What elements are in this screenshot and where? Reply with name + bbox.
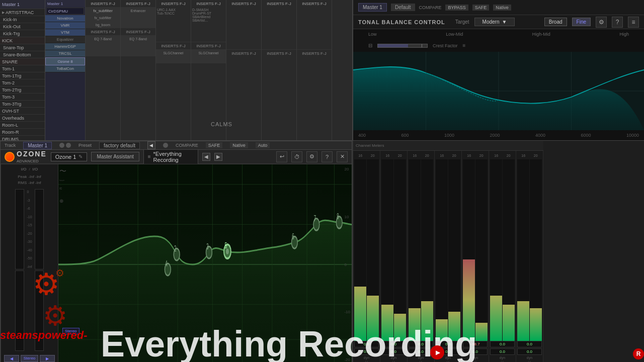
- db-minus10-label: -10: [344, 310, 350, 314]
- master-ch-label: Master 1: [47, 2, 63, 6]
- native-btn-top[interactable]: Native: [493, 5, 511, 11]
- freq-10000: 10000: [626, 133, 639, 138]
- track-value[interactable]: Master 1: [23, 142, 52, 149]
- insert-tobalcon[interactable]: ToBalCon: [56, 66, 74, 71]
- fine-btn[interactable]: Fine: [572, 18, 591, 26]
- ch-num-hhb: 20: [507, 154, 511, 157]
- history-btn[interactable]: ⏱: [291, 151, 302, 162]
- left-ch-label: ◀: [10, 356, 13, 361]
- master-assistant-btn[interactable]: Master Assistant: [91, 152, 139, 161]
- track-drums: DRUMS: [2, 137, 19, 141]
- track-tom1: Tom-1: [2, 66, 15, 71]
- ch-inserts-fj-2: INSERTS F-J: [91, 30, 115, 34]
- ch-bar-m2-r: [367, 159, 379, 341]
- track-indicator: [59, 143, 64, 148]
- stereo-btn[interactable]: Stereo: [21, 355, 39, 362]
- settings-btn[interactable]: ⚙: [306, 151, 317, 162]
- playlist-icon: ≡: [148, 154, 151, 159]
- ch-sba-blend: SBArtBlend: [192, 15, 225, 19]
- freq-low: Low: [368, 32, 377, 37]
- help-btn[interactable]: ?: [321, 151, 333, 162]
- next-preset-btn[interactable]: ▶: [214, 153, 222, 161]
- ch-fill-t3t-r: [448, 312, 460, 341]
- menu-icon[interactable]: ≡: [628, 17, 639, 28]
- native-btn[interactable]: Native: [230, 142, 248, 148]
- waveform-icon3[interactable]: ≈: [59, 186, 66, 191]
- ch-num-m2b: 20: [371, 154, 375, 157]
- track-room-r: Room-R: [2, 130, 19, 135]
- insert-vmr[interactable]: VMR: [61, 23, 70, 28]
- bottom-section: Track Master 1 Preset factory default ◀ …: [0, 141, 644, 362]
- meter-left-btn[interactable]: ◀: [4, 355, 19, 362]
- ch-bar-t2t-r: [394, 159, 406, 341]
- track-tom3trg: Tom-3Trg: [2, 102, 21, 107]
- ch-sbartist: SBArtist...: [192, 19, 225, 22]
- insert-ozone8[interactable]: Ozone 8: [57, 59, 72, 64]
- insert-cirdspmu[interactable]: CirDSPMU: [48, 9, 68, 14]
- waveform-icon1[interactable]: 〜: [59, 167, 66, 176]
- extra-btn[interactable]: ✕: [337, 151, 348, 162]
- preset-dropdown[interactable]: Modern ▼: [474, 18, 515, 26]
- safe-btn[interactable]: SAFE: [206, 142, 223, 148]
- ch-meter-shouldrmc: 16 20 -98.7 0.0 dyn +/- 2423: [462, 151, 489, 362]
- preset-selector[interactable]: ≡ *Everything Recording: [143, 149, 198, 164]
- db-6: -6: [27, 207, 32, 210]
- r-badge: R: [633, 348, 644, 359]
- insert-vtm[interactable]: VTM: [61, 30, 69, 35]
- ch-num-t2t: 16: [385, 154, 389, 157]
- tonal-balance-title: TONAL BALANCE CONTROL: [358, 19, 445, 25]
- master-label[interactable]: Master 1: [358, 3, 387, 12]
- ch-val-t2t-1: 0.0: [381, 341, 406, 347]
- insert-novatron[interactable]: Novatron: [57, 16, 73, 21]
- db-0-label: 0: [344, 262, 350, 267]
- crest-slider[interactable]: [377, 44, 428, 48]
- safe-btn-top[interactable]: SAFE: [472, 5, 490, 11]
- default-label[interactable]: Default: [391, 4, 415, 11]
- track-room-l: Room-L: [2, 123, 18, 128]
- ch-fill-t3t-l: [436, 319, 448, 341]
- prev-preset-btn[interactable]: ◀: [202, 153, 210, 161]
- ch-label-t2t: dyn: [391, 356, 396, 359]
- meter-right-btn[interactable]: ▶: [40, 355, 55, 362]
- db-10: -10: [27, 215, 32, 219]
- ch-inserts-3: INSERTS F-J: [161, 2, 185, 6]
- ch-insert-sub2: fx_subfilter: [95, 16, 112, 20]
- inserts-label-master: Equalizer: [57, 37, 73, 42]
- freq-400: 400: [358, 133, 366, 138]
- ch-inserts-fj-8: INSERTS F-J: [302, 51, 326, 56]
- db-3: -3: [27, 199, 32, 202]
- broad-btn[interactable]: Broad: [544, 18, 567, 26]
- auto-label: Auto: [256, 142, 270, 148]
- io-divider: /: [29, 167, 30, 171]
- preset-name-box[interactable]: Ozone 1 ✎: [51, 152, 88, 161]
- ch-bar-hh-r: [503, 159, 515, 341]
- ch-val-hh-2: 0.0: [490, 348, 515, 355]
- ch-inserts-fj-3: INSERTS F-J: [126, 30, 150, 34]
- master-track-label: Master 1: [2, 2, 20, 7]
- track-kick-out: Kick-Out: [3, 24, 21, 29]
- track-label: Track: [5, 143, 16, 148]
- target-label: Target: [455, 19, 469, 25]
- stereo-icon[interactable]: ⊕: [59, 198, 66, 204]
- eq-main-graph[interactable]: 2 3 4 5 6: [58, 164, 352, 362]
- insert-trcsl[interactable]: TRCSL: [58, 51, 71, 56]
- edit-icon[interactable]: ✎: [78, 154, 83, 159]
- preset-value[interactable]: factory default: [99, 142, 140, 149]
- play-button[interactable]: ▶: [430, 345, 444, 359]
- svg-text:5: 5: [225, 241, 227, 250]
- insert-hammrdsp[interactable]: HammrDSP: [54, 44, 76, 49]
- help-icon[interactable]: ?: [612, 17, 623, 28]
- bypass-btn-top[interactable]: BYPASS: [445, 5, 468, 11]
- io-header2: I/O: [33, 167, 38, 171]
- settings-icon[interactable]: ⚙: [596, 17, 607, 28]
- track-tom3: Tom-3: [2, 95, 15, 100]
- waveform-icon2[interactable]: 〰: [59, 178, 66, 184]
- ch-label-t3: dyn: [418, 356, 424, 359]
- db-50: -50: [27, 256, 32, 260]
- undo-btn[interactable]: ↩: [276, 151, 287, 162]
- track-artisttrac: ARTISTTRAC: [6, 10, 34, 15]
- ch-bar-hh-l: [490, 159, 502, 341]
- compare-btn[interactable]: COMPARE: [419, 5, 442, 10]
- preset-arrow[interactable]: ◀: [147, 141, 155, 149]
- ch-fill-smc-l: [463, 259, 475, 341]
